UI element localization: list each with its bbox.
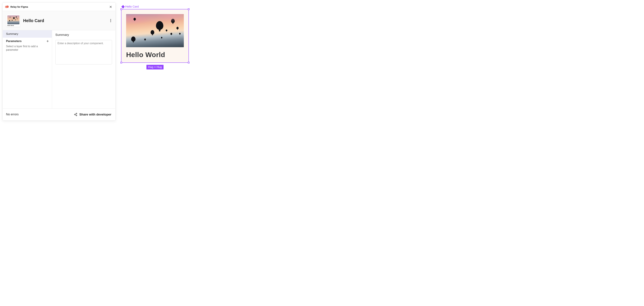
selection-handle-tr[interactable]	[188, 8, 190, 10]
panel-sidebar: Summary Parameters Select a layer first …	[3, 30, 52, 108]
share-label: Share with developer	[79, 113, 111, 116]
component-header: Hello World Hello Card	[3, 11, 116, 30]
close-button[interactable]	[109, 5, 113, 9]
selected-frame[interactable]: Hello World	[121, 9, 189, 63]
plugin-header: Relay for Figma	[3, 3, 116, 11]
panel-body: Summary Parameters Select a layer first …	[3, 30, 116, 108]
add-parameter-button[interactable]	[46, 39, 50, 43]
relay-logo-icon	[5, 5, 9, 8]
component-icon	[122, 5, 124, 8]
card-image[interactable]	[126, 14, 184, 47]
card-title[interactable]: Hello World	[126, 51, 184, 59]
constraint-badge: Hug × Hug	[146, 65, 164, 69]
plugin-title: Relay for Figma	[10, 5, 107, 8]
frame-label[interactable]: Hello Card	[122, 5, 189, 8]
thumbnail-image	[8, 15, 20, 24]
share-icon	[74, 113, 77, 116]
selection-handle-bl[interactable]	[120, 62, 122, 63]
component-title: Hello Card	[23, 18, 106, 23]
component-thumbnail: Hello World	[6, 14, 20, 27]
relay-plugin-panel: Relay for Figma Hello World Hello Card	[2, 2, 116, 121]
plus-icon	[46, 40, 49, 43]
frame-name: Hello Card	[125, 5, 139, 8]
main-heading: Summary	[55, 33, 112, 37]
status-text: No errors	[6, 113, 74, 116]
more-vertical-icon	[110, 19, 111, 22]
svg-point-0	[110, 19, 111, 20]
selection-wrapper: Hello World Hug × Hug	[121, 9, 189, 63]
thumbnail-text: Hello World	[8, 25, 20, 26]
svg-point-5	[76, 115, 77, 116]
panel-footer: No errors Share with developer	[3, 108, 116, 120]
selection-handle-tl[interactable]	[120, 8, 122, 10]
selection-handle-br[interactable]	[188, 62, 190, 63]
close-icon	[109, 5, 112, 8]
parameters-header: Parameters	[3, 38, 52, 44]
tab-summary[interactable]: Summary	[3, 30, 52, 38]
panel-main: Summary	[52, 30, 116, 108]
svg-point-1	[110, 20, 111, 21]
svg-point-2	[110, 21, 111, 22]
parameters-title: Parameters	[6, 39, 46, 43]
svg-point-3	[76, 113, 77, 114]
svg-point-4	[74, 114, 75, 115]
share-button[interactable]: Share with developer	[74, 113, 111, 116]
description-input[interactable]	[55, 40, 112, 64]
more-options-button[interactable]	[109, 18, 113, 23]
parameters-hint: Select a layer first to add a parameter	[3, 44, 52, 53]
hello-card[interactable]: Hello World	[122, 9, 188, 62]
figma-canvas[interactable]: Hello Card Hello World	[121, 5, 189, 63]
